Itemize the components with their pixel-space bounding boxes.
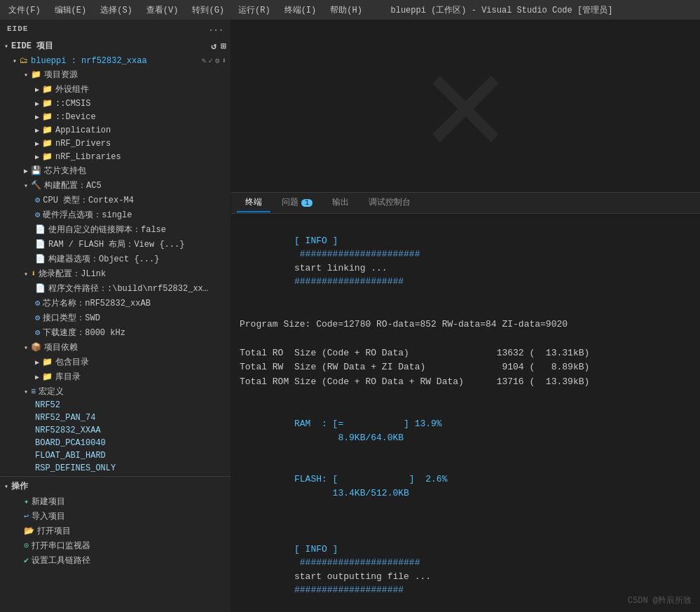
chevron-down-icon: ▾ <box>24 182 28 190</box>
folder-icon: 📁 <box>42 84 53 95</box>
tree-item-fpu[interactable]: ⚙ 硬件浮点选项：single <box>0 208 231 222</box>
tree-item-resources[interactable]: ▾ 📁 项目资源 <box>0 67 231 82</box>
tree-item-speed[interactable]: ⚙ 下载速度：8000 kHz <box>0 325 231 340</box>
sidebar-more[interactable]: ... <box>208 24 224 34</box>
tree-item-rsp-defines[interactable]: RSP_DEFINES_ONLY <box>0 462 231 475</box>
tab-debug-console[interactable]: 调试控制台 <box>360 193 419 212</box>
check-icon[interactable]: ✓ <box>208 56 213 65</box>
new-file-icon[interactable]: ⊞ <box>221 41 226 52</box>
file-icon: 📄 <box>35 224 46 235</box>
op-toolchain-path[interactable]: ✔ 设置工具链路径 <box>0 553 231 568</box>
gear-icon: ⚙ <box>35 298 40 308</box>
tree-item-build-config[interactable]: ▾ 🔨 构建配置：AC5 <box>0 178 231 193</box>
op-label: 导入项目 <box>32 510 65 522</box>
tree-item-include-dirs[interactable]: ▶ 📁 包含目录 <box>0 355 231 369</box>
folder-icon: 📁 <box>31 69 41 80</box>
op-label: 打开项目 <box>37 525 71 537</box>
item-label: CPU 类型：Cortex-M4 <box>43 194 134 206</box>
menu-bar[interactable]: 文件(F) 编辑(E) 选择(S) 查看(V) 转到(G) 运行(R) 终端(I… <box>6 3 365 18</box>
terminal-content[interactable]: [ INFO ] ###################### start li… <box>231 214 700 612</box>
menu-help[interactable]: 帮助(H) <box>327 3 365 18</box>
term-line-ram: RAM : [= ] 13.9% 8.9KB/64.0KB <box>240 404 692 458</box>
menu-run[interactable]: 运行(R) <box>235 3 273 18</box>
file-icon: 📄 <box>35 254 46 264</box>
tree-item-nrf-drivers[interactable]: ▶ 📁 nRF_Drivers <box>0 137 231 150</box>
item-label: 使用自定义的链接脚本：false <box>48 224 166 236</box>
menu-terminal[interactable]: 终端(I) <box>282 3 320 18</box>
tree-item-board-pca10040[interactable]: BOARD_PCA10040 <box>0 437 231 449</box>
menu-edit[interactable]: 编辑(E) <box>52 3 90 18</box>
tree-item-chip-name[interactable]: ⚙ 芯片名称：nRF52832_xxAB <box>0 296 231 311</box>
editor-main: ✕ <box>231 20 700 192</box>
tree-item-dep[interactable]: ▾ 📦 项目依赖 <box>0 340 231 355</box>
watermark-label: CSDN @矜辰所致 <box>628 594 692 606</box>
chevron-down-icon: ▾ <box>24 71 28 79</box>
tab-problems[interactable]: 问题1 <box>273 193 321 212</box>
folder-icon: 📁 <box>42 357 53 367</box>
menu-select[interactable]: 选择(S) <box>97 3 135 18</box>
chevron-down-icon: ▾ <box>4 482 8 491</box>
op-serial-monitor[interactable]: ⊙ 打开串口监视器 <box>0 538 231 553</box>
project-row[interactable]: ▾ 🗂 blueppi : nrf52832_xxaa ✎ ✓ ⚙ ⬇ <box>0 54 231 67</box>
menu-file[interactable]: 文件(F) <box>6 3 43 18</box>
window-title: blueppi (工作区) - Visual Studio Code [管理员] <box>391 4 613 16</box>
tree-item-prog-path[interactable]: 📄 程序文件路径：:\build\nrf52832_xxaa\bl... <box>0 281 231 296</box>
sidebar-title: EIDE <box>7 25 28 33</box>
refresh-icon[interactable]: ↺ <box>211 41 217 52</box>
settings-icon: ✔ <box>24 555 29 566</box>
menu-view[interactable]: 查看(V) <box>144 3 181 18</box>
tree-item-nrf52[interactable]: NRF52 <box>0 399 231 412</box>
chevron-down-icon: ▾ <box>13 57 17 65</box>
tree-item-custom-link[interactable]: 📄 使用自定义的链接脚本：false <box>0 222 231 237</box>
tree-item-device[interactable]: ▶ 📁 ::Device <box>0 110 231 123</box>
tree-item-cmsis[interactable]: ▶ 📁 ::CMSIS <box>0 97 231 110</box>
macro-icon: ≡ <box>31 387 36 397</box>
main-layout: EIDE ... ▾ EIDE 项目 ↺ ⊞ ▾ 🗂 blueppi : nrf… <box>0 20 700 612</box>
tree-item-application[interactable]: ▶ 📁 Application <box>0 123 231 137</box>
op-new-project[interactable]: ✦ 新建项目 <box>0 494 231 509</box>
edit-icon[interactable]: ✎ <box>202 56 207 65</box>
term-line <box>240 515 692 529</box>
op-import-project[interactable]: ↩ 导入项目 <box>0 509 231 524</box>
chevron-down-icon: ▾ <box>24 344 28 352</box>
section-eide-header[interactable]: ▾ EIDE 项目 ↺ ⊞ <box>0 38 231 54</box>
sidebar: EIDE ... ▾ EIDE 项目 ↺ ⊞ ▾ 🗂 blueppi : nrf… <box>0 20 231 612</box>
item-label: ::Device <box>55 112 96 122</box>
tree-item-cpu-type[interactable]: ⚙ CPU 类型：Cortex-M4 <box>0 193 231 208</box>
tree-item-macros[interactable]: ▾ ≡ 宏定义 <box>0 384 231 399</box>
item-label: 芯片名称：nRF52832_xxAB <box>43 297 151 309</box>
tree-item-ram-flash[interactable]: 📄 RAM / FLASH 布局：View {...} <box>0 237 231 252</box>
serial-icon: ⊙ <box>24 540 29 551</box>
tree-item-builder-options[interactable]: 📄 构建器选项：Object {...} <box>0 252 231 266</box>
gear-icon: ⚙ <box>35 313 40 323</box>
chevron-down-icon: ▾ <box>4 42 8 50</box>
term-line <box>240 389 692 403</box>
tree-item-nrf52832-xxaa[interactable]: NRF52832_XXAA <box>0 424 231 437</box>
op-open-project[interactable]: 📂 打开项目 <box>0 524 231 538</box>
flash-icon[interactable]: ⬇ <box>221 56 226 65</box>
tree-item-nrf-libraries[interactable]: ▶ 📁 nRF_Libraries <box>0 150 231 163</box>
project-name: blueppi : nrf52832_xxaa <box>31 56 147 66</box>
tree-item-chip-support[interactable]: ▶ 💾 芯片支持包 <box>0 163 231 178</box>
tab-terminal[interactable]: 终端 <box>237 193 270 212</box>
item-label: nRF_Drivers <box>55 139 111 149</box>
item-label: NRF52832_XXAA <box>35 426 101 435</box>
tree-item-interface[interactable]: ⚙ 接口类型：SWD <box>0 311 231 325</box>
tree-item-float-abi[interactable]: FLOAT_ABI_HARD <box>0 449 231 462</box>
sidebar-content[interactable]: ▾ EIDE 项目 ↺ ⊞ ▾ 🗂 blueppi : nrf52832_xxa… <box>0 38 231 612</box>
menu-goto[interactable]: 转到(G) <box>189 3 227 18</box>
tree-item-nrf52-pan74[interactable]: NRF52_PAN_74 <box>0 412 231 424</box>
term-line: Total RO Size (Code + RO Data) 13632 ( 1… <box>240 346 692 360</box>
term-line-info2: [ INFO ] ###################### start ou… <box>240 529 692 611</box>
chevron-down-icon: ▾ <box>24 270 28 278</box>
tree-item-peripheral[interactable]: ▶ 📁 外设组件 <box>0 82 231 97</box>
item-label: NRF52_PAN_74 <box>35 413 95 423</box>
item-label: 包含目录 <box>55 356 89 368</box>
item-label: 宏定义 <box>39 386 64 397</box>
tab-output[interactable]: 输出 <box>324 193 357 212</box>
tree-item-flash-config[interactable]: ▾ ⬇ 烧录配置：JLink <box>0 266 231 281</box>
tree-item-lib-dirs[interactable]: ▶ 📁 库目录 <box>0 369 231 384</box>
item-label: 项目资源 <box>44 69 78 81</box>
section-ops-header[interactable]: ▾ 操作 <box>0 478 231 494</box>
build-icon[interactable]: ⚙ <box>215 56 220 65</box>
